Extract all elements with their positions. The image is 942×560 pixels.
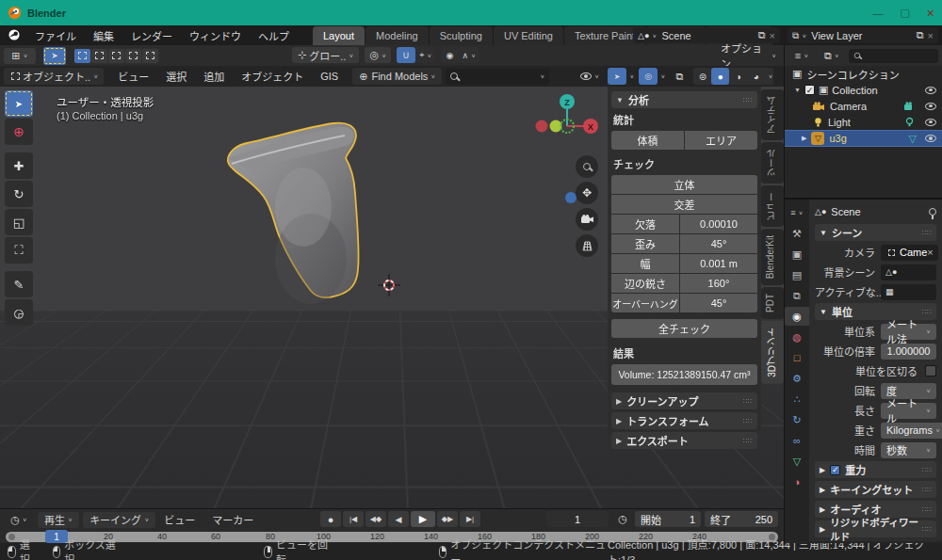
overlays-toggle-icon[interactable]: ◎ xyxy=(639,68,658,85)
hide-u3g-eye-icon[interactable] xyxy=(925,135,936,142)
check-solid-button[interactable]: 立体 xyxy=(611,175,757,194)
select-mode-subtract-icon[interactable] xyxy=(108,49,124,63)
hide-collection-eye-icon[interactable] xyxy=(925,87,936,94)
workspace-tab-sculpting[interactable]: Sculpting xyxy=(430,26,493,45)
shading-rendered-icon[interactable]: ◕ xyxy=(747,68,765,85)
play-button[interactable]: ▶ xyxy=(411,511,435,527)
proportional-editing-icon[interactable]: ◉ xyxy=(441,47,458,63)
properties-tab-world[interactable]: ◍ xyxy=(788,328,806,346)
gravity-section-header[interactable]: ▶ ✓ 重力 ∷∷ xyxy=(815,461,936,478)
close-button[interactable]: × xyxy=(927,6,934,21)
tool-move[interactable]: ✚ xyxy=(5,152,33,179)
clear-camera-icon[interactable]: × xyxy=(927,247,933,258)
background-scene-field[interactable]: △● xyxy=(881,264,936,280)
outliner-search-input[interactable] xyxy=(849,49,938,63)
active-tool-button[interactable]: ➤ xyxy=(43,47,66,65)
hide-camera-eye-icon[interactable] xyxy=(925,103,936,110)
unit-scale-field[interactable]: 1.000000 xyxy=(881,344,936,360)
viewport-menu-select[interactable]: 選択 xyxy=(157,67,195,86)
outliner-row-collection[interactable]: ▼ ✓ ▣ Collection xyxy=(785,82,942,98)
clear-view-layer-icon[interactable]: × xyxy=(928,30,934,41)
view-layer-selector[interactable]: ⧉∨ View Layer ⧉ × xyxy=(788,27,938,43)
workspace-tab-modeling[interactable]: Modeling xyxy=(365,26,429,45)
select-mode-intersect-icon[interactable] xyxy=(142,49,158,63)
pin-icon[interactable] xyxy=(929,208,936,216)
properties-tab-modifiers[interactable]: ⚙ xyxy=(788,369,806,388)
blender-menu-icon[interactable] xyxy=(8,29,21,42)
jump-to-start-button[interactable]: |◀ xyxy=(343,511,364,527)
properties-tab-view-layer[interactable]: ⧉ xyxy=(788,286,806,305)
pan-view-icon[interactable]: ✥ xyxy=(576,182,598,204)
properties-tab-scene[interactable]: ◉ xyxy=(785,307,809,326)
properties-tab-object[interactable]: □ xyxy=(788,348,806,367)
prev-keyframe-button[interactable]: ◀◆ xyxy=(365,511,386,527)
tool-annotate[interactable]: ✎ xyxy=(5,271,33,297)
check-thickness-button[interactable]: 幅 xyxy=(611,254,679,273)
expand-icon[interactable]: ▶ xyxy=(802,135,806,142)
sidebar-tab-blenderkit[interactable]: BlenderKit xyxy=(761,229,784,285)
frame-start-field[interactable]: 開始1 xyxy=(635,511,701,527)
sidebar-tab-3dprint[interactable]: 3Dプリント xyxy=(761,321,784,384)
properties-tab-output[interactable]: ▤ xyxy=(788,265,806,284)
menu-file[interactable]: ファイル xyxy=(26,26,85,45)
cleanup-panel-header[interactable]: ▶ クリーンアップ ∷∷ xyxy=(611,392,757,409)
visibility-dropdown[interactable]: ∨ xyxy=(577,68,603,85)
snap-settings-dropdown[interactable]: ⌖∨ xyxy=(415,47,435,63)
degenerate-value-field[interactable]: 0.00010 xyxy=(680,215,757,233)
proportional-falloff-dropdown[interactable]: ∧∨ xyxy=(458,47,479,63)
shading-wireframe-icon[interactable]: ⊜ xyxy=(693,68,711,85)
menu-window[interactable]: ウィンドウ xyxy=(181,26,250,45)
separate-units-checkbox[interactable] xyxy=(925,365,936,376)
overhang-value-field[interactable]: 45° xyxy=(680,294,757,312)
scene-section-header[interactable]: ▼ シーン ∷∷ xyxy=(815,224,936,241)
copy-icon[interactable]: ⧉ xyxy=(917,29,924,41)
check-intersect-button[interactable]: 交差 xyxy=(611,195,757,214)
transform-orientation-dropdown[interactable]: ⊹グロー..∨ xyxy=(292,47,359,63)
select-mode-new-icon[interactable] xyxy=(74,49,90,63)
gizmo-toggle-icon[interactable]: ➤ xyxy=(608,68,626,85)
editor-type-button[interactable]: ⊞∨ xyxy=(4,48,36,64)
tool-scale[interactable]: ◱ xyxy=(5,209,33,235)
collection-checkbox[interactable]: ✓ xyxy=(804,85,815,95)
outliner-row-scene-collection[interactable]: ▣ シーンコレクション xyxy=(785,66,942,82)
timeline-menu-marker[interactable]: マーカー xyxy=(203,510,262,529)
analysis-panel-header[interactable]: ▼ 分析 ∷∷ xyxy=(611,91,757,108)
shading-material-icon[interactable]: ◑ xyxy=(729,68,747,85)
workspace-tab-layout[interactable]: Layout xyxy=(313,26,365,45)
current-frame-field[interactable]: 1 xyxy=(546,511,609,527)
check-distorted-button[interactable]: 歪み xyxy=(611,234,679,253)
volume-button[interactable]: 体積 xyxy=(611,131,684,150)
menu-help[interactable]: ヘルプ xyxy=(250,26,298,45)
sidebar-tab-view[interactable]: ビュー xyxy=(761,185,784,227)
properties-tab-constraints[interactable]: ∞ xyxy=(788,431,806,450)
tool-transform[interactable]: ⛶ xyxy=(5,237,33,264)
find-models-dropdown[interactable]: ⊕Find Models∨ xyxy=(352,68,442,85)
outliner-filter-button[interactable]: ⧉∨ xyxy=(819,48,845,63)
outliner-row-light[interactable]: Light xyxy=(785,114,942,130)
zoom-view-icon[interactable] xyxy=(576,155,598,178)
viewport-menu-view[interactable]: ビュー xyxy=(109,67,157,86)
xray-toggle-icon[interactable]: ⧉ xyxy=(670,68,689,85)
active-clip-field[interactable]: ▦ xyxy=(881,284,936,300)
check-overhang-button[interactable]: オーバーハング xyxy=(611,294,679,312)
menu-edit[interactable]: 編集 xyxy=(85,26,122,45)
tool-select-box[interactable]: ➤ xyxy=(5,90,33,117)
navigation-gizmo[interactable]: Z X xyxy=(532,90,600,149)
jump-to-end-button[interactable]: ▶| xyxy=(460,511,480,527)
tool-rotate[interactable]: ↻ xyxy=(5,181,33,207)
expand-icon[interactable]: ▼ xyxy=(794,87,801,93)
check-degenerate-button[interactable]: 欠落 xyxy=(611,215,679,233)
keying-sets-section-header[interactable]: ▶ キーイングセット ∷∷ xyxy=(815,481,936,498)
options-dropdown[interactable]: オプション∨ xyxy=(713,47,784,63)
menu-render[interactable]: レンダー xyxy=(122,26,181,45)
edge-sharp-value-field[interactable]: 160° xyxy=(680,274,757,293)
tool-3d-cursor[interactable]: ⊕ xyxy=(5,119,33,145)
check-edge-sharp-button[interactable]: 辺の鋭さ xyxy=(611,274,679,293)
viewport-menu-gis[interactable]: GIS xyxy=(312,67,347,86)
outliner-row-camera[interactable]: Camera xyxy=(785,98,942,114)
maximize-button[interactable]: ▢ xyxy=(900,7,909,19)
properties-editor-type-button[interactable]: ≡∨ xyxy=(788,203,806,222)
properties-tab-physics[interactable]: ↻ xyxy=(788,410,806,429)
thickness-value-field[interactable]: 0.001 m xyxy=(680,254,757,273)
properties-tab-particles[interactable]: ∴ xyxy=(788,390,806,408)
